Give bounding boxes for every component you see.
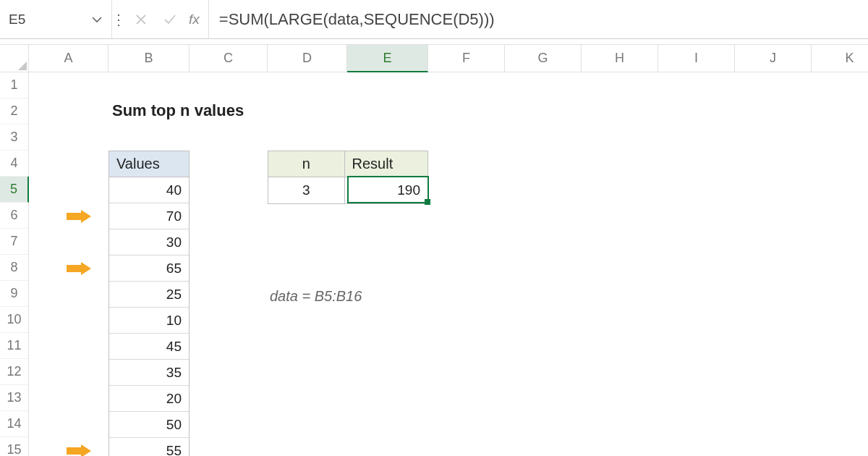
- vertical-dots-icon[interactable]: ⋮: [112, 0, 125, 38]
- value-cell[interactable]: 40: [109, 177, 189, 203]
- name-box[interactable]: E5: [0, 0, 112, 38]
- row-header-2[interactable]: 2: [0, 98, 29, 124]
- row-header-8[interactable]: 8: [0, 255, 29, 281]
- formula-bar: E5 ⋮ fx =SUM(LARGE(data,SEQUENCE(D5))): [0, 0, 868, 39]
- formula-text: =SUM(LARGE(data,SEQUENCE(D5))): [219, 10, 495, 29]
- fx-icon[interactable]: fx: [187, 12, 204, 28]
- formula-input[interactable]: =SUM(LARGE(data,SEQUENCE(D5))): [208, 0, 868, 38]
- row-header-11[interactable]: 11: [0, 333, 29, 359]
- page-title: Sum top n values: [112, 101, 244, 120]
- arrow-icon: [67, 210, 91, 223]
- row-header-3[interactable]: 3: [0, 124, 29, 151]
- spreadsheet-grid: A B C D E F G H I J K 1 2 3 4 5 6 7 8 9: [0, 45, 868, 456]
- col-header-J[interactable]: J: [735, 45, 812, 72]
- column-headers: A B C D E F G H I J K: [0, 45, 868, 72]
- col-header-A[interactable]: A: [29, 45, 109, 72]
- col-header-D[interactable]: D: [268, 45, 347, 72]
- values-table: Values 40 70 30 65 25 10 45 35 20 50 55: [109, 151, 190, 456]
- n-value-cell[interactable]: 3: [268, 177, 345, 203]
- row-headers: 1 2 3 4 5 6 7 8 9 10 11 12 13 14 15: [0, 72, 29, 456]
- chevron-down-icon[interactable]: [91, 14, 103, 25]
- row-header-7[interactable]: 7: [0, 229, 29, 255]
- row-header-14[interactable]: 14: [0, 411, 29, 437]
- col-header-C[interactable]: C: [190, 45, 268, 72]
- col-header-B[interactable]: B: [109, 45, 190, 72]
- value-cell[interactable]: 25: [109, 282, 189, 308]
- result-value-cell[interactable]: 190: [345, 177, 428, 203]
- col-header-K[interactable]: K: [812, 45, 868, 72]
- n-header: n: [268, 151, 345, 177]
- row-header-9[interactable]: 9: [0, 281, 29, 307]
- cells-area[interactable]: Sum top n values Values 40 70 30 65 25 1…: [29, 72, 868, 456]
- value-cell[interactable]: 20: [109, 386, 189, 412]
- arrow-icon: [67, 262, 91, 275]
- value-cell[interactable]: 50: [109, 412, 189, 438]
- cell-reference: E5: [9, 12, 25, 28]
- value-cell[interactable]: 65: [109, 256, 189, 282]
- select-all-triangle[interactable]: [0, 45, 29, 72]
- row-header-5[interactable]: 5: [0, 177, 29, 203]
- col-header-F[interactable]: F: [428, 45, 505, 72]
- values-header: Values: [109, 151, 189, 177]
- value-cell[interactable]: 30: [109, 229, 189, 256]
- formula-controls: fx: [125, 0, 208, 38]
- result-header: Result: [345, 151, 428, 177]
- row-header-10[interactable]: 10: [0, 307, 29, 333]
- value-cell[interactable]: 45: [109, 334, 189, 360]
- row-header-6[interactable]: 6: [0, 203, 29, 229]
- row-header-4[interactable]: 4: [0, 151, 29, 177]
- value-cell[interactable]: 55: [109, 438, 189, 456]
- named-range-note: data = B5:B16: [270, 288, 362, 305]
- n-result-table: n Result 3 190: [268, 151, 428, 204]
- row-header-15[interactable]: 15: [0, 437, 29, 456]
- row-header-13[interactable]: 13: [0, 385, 29, 411]
- row-header-1[interactable]: 1: [0, 72, 29, 98]
- col-header-G[interactable]: G: [505, 45, 582, 72]
- col-header-E[interactable]: E: [347, 45, 428, 72]
- row-header-12[interactable]: 12: [0, 359, 29, 385]
- confirm-icon[interactable]: [158, 8, 182, 31]
- value-cell[interactable]: 70: [109, 203, 189, 229]
- value-cell[interactable]: 10: [109, 308, 189, 334]
- col-header-H[interactable]: H: [582, 45, 658, 72]
- value-cell[interactable]: 35: [109, 360, 189, 386]
- col-header-I[interactable]: I: [658, 45, 735, 72]
- arrow-icon: [67, 444, 91, 456]
- cancel-icon[interactable]: [129, 8, 153, 31]
